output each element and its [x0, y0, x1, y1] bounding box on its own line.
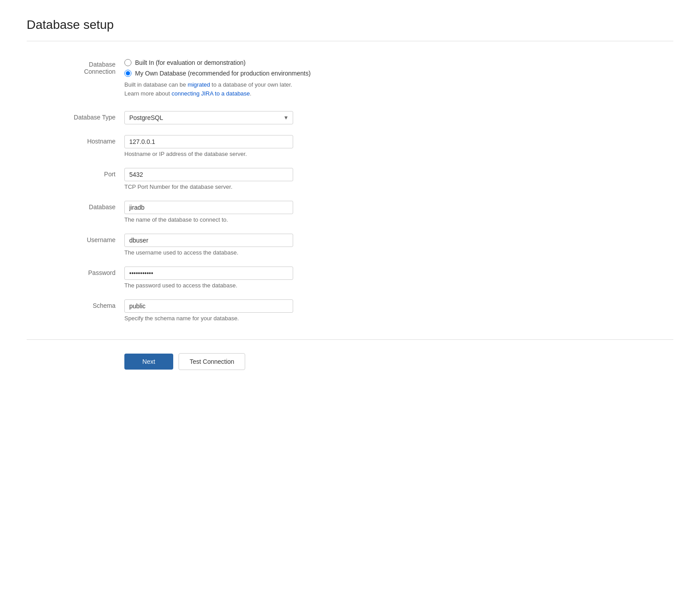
port-row: Port TCP Port Number for the database se…	[53, 168, 453, 190]
schema-control: Specify the schema name for your databas…	[124, 299, 453, 322]
database-type-row: Database Type PostgreSQL MySQL Oracle MS…	[53, 111, 453, 124]
radio-own-label: My Own Database (recommended for product…	[135, 70, 310, 77]
radio-own[interactable]	[124, 70, 131, 77]
database-connection-controls: Built In (for evaluation or demonstratio…	[124, 59, 453, 98]
hostname-input[interactable]	[124, 135, 293, 148]
database-type-control: PostgreSQL MySQL Oracle MS SQL Server ▼	[124, 111, 453, 124]
bottom-divider	[27, 339, 673, 340]
test-connection-button[interactable]: Test Connection	[179, 353, 245, 370]
help-line2-suffix: .	[250, 90, 252, 97]
hostname-row: Hostname Hostname or IP address of the d…	[53, 135, 453, 157]
password-control: The password used to access the database…	[124, 267, 453, 289]
database-type-select[interactable]: PostgreSQL MySQL Oracle MS SQL Server	[124, 111, 293, 124]
radio-builtin-label: Built In (for evaluation or demonstratio…	[135, 59, 246, 66]
database-name-label: Database	[53, 201, 124, 211]
database-connection-row: DatabaseConnection Built In (for evaluat…	[53, 59, 453, 98]
next-button[interactable]: Next	[124, 354, 173, 370]
form-section: DatabaseConnection Built In (for evaluat…	[53, 59, 453, 322]
username-input[interactable]	[124, 234, 293, 247]
password-label: Password	[53, 267, 124, 276]
database-connection-label: DatabaseConnection	[53, 59, 124, 75]
username-help: The username used to access the database…	[124, 249, 453, 256]
hostname-control: Hostname or IP address of the database s…	[124, 135, 453, 157]
database-type-select-wrapper: PostgreSQL MySQL Oracle MS SQL Server ▼	[124, 111, 293, 124]
database-control: The name of the database to connect to.	[124, 201, 453, 223]
radio-builtin[interactable]	[124, 59, 131, 66]
database-help: The name of the database to connect to.	[124, 216, 453, 223]
page-container: Database setup DatabaseConnection Built …	[0, 0, 700, 388]
help-line1-suffix: to a database of your own later.	[210, 81, 292, 88]
username-control: The username used to access the database…	[124, 234, 453, 256]
username-label: Username	[53, 234, 124, 243]
radio-builtin-option[interactable]: Built In (for evaluation or demonstratio…	[124, 59, 453, 66]
port-label: Port	[53, 168, 124, 178]
password-row: Password The password used to access the…	[53, 267, 453, 289]
schema-input[interactable]	[124, 299, 293, 313]
hostname-help: Hostname or IP address of the database s…	[124, 151, 453, 157]
schema-row: Schema Specify the schema name for your …	[53, 299, 453, 322]
database-type-label: Database Type	[53, 111, 124, 121]
schema-label: Schema	[53, 299, 124, 309]
password-input[interactable]	[124, 267, 293, 280]
database-row: Database The name of the database to con…	[53, 201, 453, 223]
port-control: TCP Port Number for the database server.	[124, 168, 453, 190]
hostname-label: Hostname	[53, 135, 124, 145]
radio-own-option[interactable]: My Own Database (recommended for product…	[124, 70, 453, 77]
connection-help-text: Built in database can be migrated to a d…	[124, 80, 453, 98]
password-help: The password used to access the database…	[124, 282, 453, 289]
schema-help: Specify the schema name for your databas…	[124, 315, 453, 322]
help-line2-prefix: Learn more about	[124, 90, 171, 97]
database-input[interactable]	[124, 201, 293, 214]
username-row: Username The username used to access the…	[53, 234, 453, 256]
top-divider	[27, 41, 673, 41]
footer-actions: Next Test Connection	[124, 353, 673, 370]
page-title: Database setup	[27, 18, 673, 32]
jira-db-link[interactable]: connecting JIRA to a database	[171, 90, 250, 97]
migrated-link[interactable]: migrated	[187, 81, 210, 88]
help-line1-prefix: Built in database can be	[124, 81, 187, 88]
port-input[interactable]	[124, 168, 293, 181]
port-help: TCP Port Number for the database server.	[124, 183, 453, 190]
